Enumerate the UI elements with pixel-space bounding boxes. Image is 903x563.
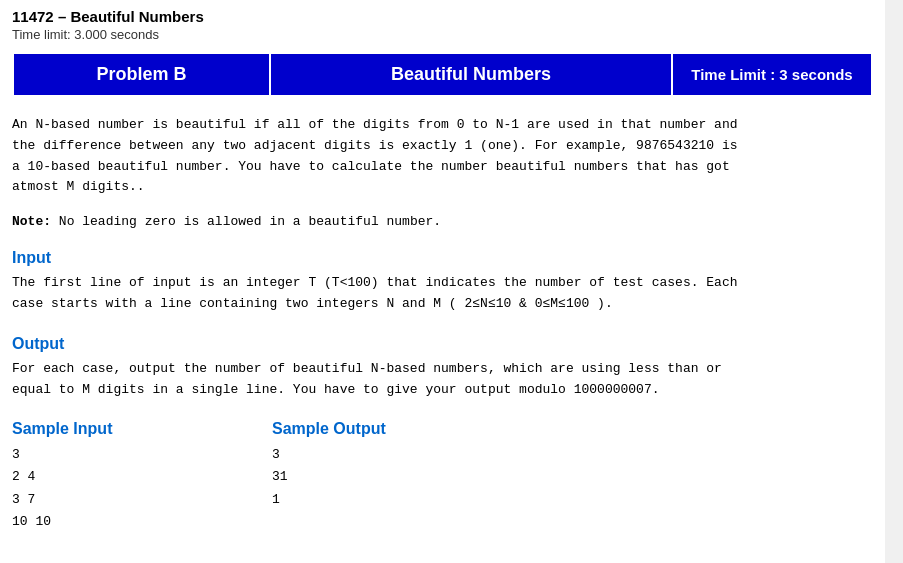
note-line: Note: No leading zero is allowed in a be… xyxy=(12,214,873,229)
sample-input-block: Sample Input 3 2 4 3 7 10 10 xyxy=(12,420,272,532)
input-section-content: The first line of input is an integer T … xyxy=(12,273,873,315)
header-time-limit: Time Limit : 3 seconds xyxy=(672,53,872,96)
input-section-title: Input xyxy=(12,249,873,267)
sample-input-line-3: 3 7 xyxy=(12,489,272,511)
header-problem-b: Problem B xyxy=(13,53,270,96)
sample-output-title: Sample Output xyxy=(272,420,532,438)
sample-input-line-2: 2 4 xyxy=(12,466,272,488)
sample-input-line-1: 3 xyxy=(12,444,272,466)
sample-input-data: 3 2 4 3 7 10 10 xyxy=(12,444,272,532)
samples-container: Sample Input 3 2 4 3 7 10 10 Sample Outp… xyxy=(12,420,873,532)
sample-output-line-3: 1 xyxy=(272,489,532,511)
page-title: 11472 – Beautiful Numbers xyxy=(12,8,873,25)
time-limit-top: Time limit: 3.000 seconds xyxy=(12,27,873,42)
sample-output-block: Sample Output 3 31 1 xyxy=(272,420,532,532)
output-section-content: For each case, output the number of beau… xyxy=(12,359,873,401)
page-container: 11472 – Beautiful Numbers Time limit: 3.… xyxy=(0,0,885,563)
sample-input-line-4: 10 10 xyxy=(12,511,272,533)
sample-output-data: 3 31 1 xyxy=(272,444,532,510)
header-beautiful-numbers: Beautiful Numbers xyxy=(270,53,672,96)
problem-description: An N-based number is beautiful if all of… xyxy=(12,115,873,198)
output-section-title: Output xyxy=(12,335,873,353)
note-label: Note: xyxy=(12,214,51,229)
problem-header-table: Problem B Beautiful Numbers Time Limit :… xyxy=(12,52,873,97)
note-content: No leading zero is allowed in a beautifu… xyxy=(59,214,441,229)
sample-output-line-1: 3 xyxy=(272,444,532,466)
sample-output-line-2: 31 xyxy=(272,466,532,488)
sample-input-title: Sample Input xyxy=(12,420,272,438)
